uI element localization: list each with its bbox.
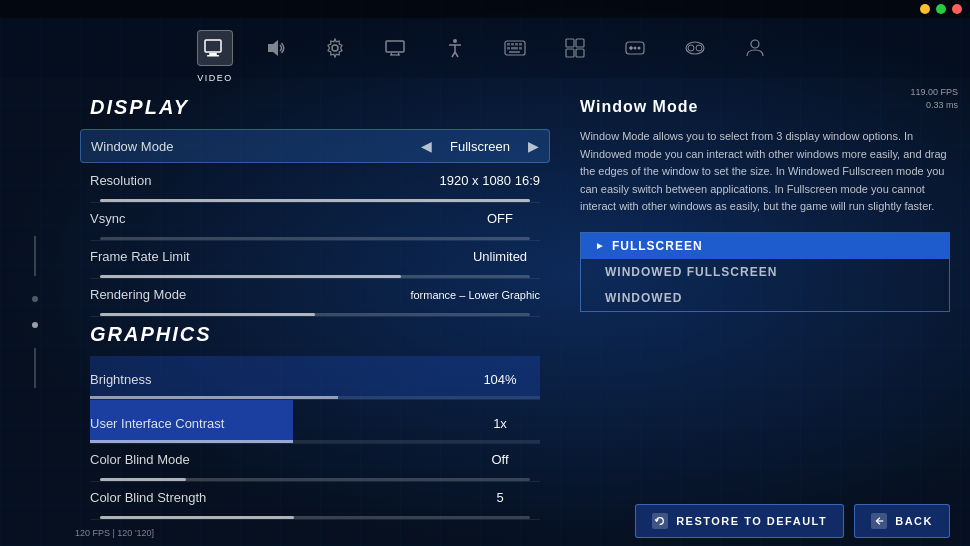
sidebar-dot-1 [32,296,38,302]
brightness-value: 104% [290,372,540,387]
restore-icon [652,513,668,529]
svg-point-21 [638,47,641,50]
nav-network[interactable] [557,30,593,66]
color-blind-mode-row[interactable]: Color Blind Mode Off [90,444,540,482]
dropdown-option-fullscreen-label: FULLSCREEN [612,239,703,253]
graphics-section-title: GRAPHICS [90,323,540,346]
vsync-row[interactable]: Vsync OFF [90,203,540,241]
sidebar-dot-2 [32,322,38,328]
frame-rate-slider[interactable] [100,275,530,278]
ui-contrast-value: 1x [290,416,540,431]
vsync-value: OFF [290,211,540,226]
window-mode-dropdown[interactable]: ► FULLSCREEN WINDOWED FULLSCREEN WINDOWE… [580,232,950,312]
rendering-row[interactable]: Rendering Mode formance – Lower Graphic [90,279,540,317]
vsync-slider[interactable] [100,237,530,240]
svg-rect-2 [207,55,219,57]
resolution-slider[interactable] [100,199,530,202]
svg-point-27 [696,45,702,51]
svg-rect-18 [576,39,584,47]
back-label: BACK [895,515,933,527]
svg-rect-13 [507,47,510,50]
nav-display[interactable] [377,30,413,66]
back-button[interactable]: BACK [854,504,950,538]
svg-point-25 [686,42,704,54]
nav-account[interactable] [737,30,773,66]
nav-keybinds[interactable] [497,30,533,66]
window-mode-prev[interactable]: ◀ [421,138,432,154]
frame-rate-label: Frame Rate Limit [90,249,290,264]
window-mode-next[interactable]: ▶ [528,138,539,154]
ui-contrast-row[interactable]: User Interface Contrast 1x [90,400,540,444]
rendering-label: Rendering Mode [90,287,290,302]
dropdown-option-windowed-fullscreen-label: WINDOWED FULLSCREEN [605,265,777,279]
svg-rect-11 [515,43,518,46]
color-blind-mode-label: Color Blind Mode [90,452,290,467]
svg-rect-5 [386,41,404,52]
dropdown-arrow-icon: ► [595,240,606,251]
minimize-btn[interactable] [920,4,930,14]
restore-label: RESTORE TO DEFAULT [676,515,827,527]
frame-rate-row[interactable]: Frame Rate Limit Unlimited [90,241,540,279]
dropdown-option-fullscreen[interactable]: ► FULLSCREEN [581,233,949,259]
frame-rate-value: Unlimited [290,249,540,264]
vsync-label: Vsync [90,211,290,226]
window-mode-row[interactable]: Window Mode ◀ Fullscreen ▶ [80,129,550,163]
brightness-label: Brightness [90,372,290,387]
vsync-text: OFF [460,211,540,226]
nav-settings[interactable] [317,30,353,66]
resolution-value: 1920 x 1080 16:9 [290,173,540,188]
svg-point-28 [751,40,759,48]
sidebar-line-bottom [34,348,36,388]
window-mode-label: Window Mode [91,139,291,154]
nav-accessibility[interactable] [437,30,473,66]
bottom-bar: RESTORE TO DEFAULT BACK [0,496,970,546]
svg-rect-15 [519,47,522,50]
window-chrome [0,0,970,18]
info-text: Window Mode allows you to select from 3 … [580,128,950,216]
resolution-text: 1920 x 1080 16:9 [440,173,540,188]
svg-point-22 [634,47,637,50]
ui-contrast-label: User Interface Contrast [90,416,290,431]
color-blind-mode-slider[interactable] [100,478,530,481]
restore-default-button[interactable]: RESTORE TO DEFAULT [635,504,844,538]
fps-counter: 119.00 FPS0.33 ms [910,86,958,111]
svg-rect-12 [519,43,522,46]
maximize-btn[interactable] [936,4,946,14]
back-icon [871,513,887,529]
svg-point-26 [688,45,694,51]
svg-rect-14 [511,47,518,50]
nav-audio[interactable] [257,30,293,66]
brightness-text: 104% [460,372,540,387]
svg-rect-17 [566,39,574,47]
window-mode-value: ◀ Fullscreen ▶ [291,138,539,154]
info-panel: 119.00 FPS0.33 ms Window Mode Window Mod… [560,78,970,546]
sidebar-line-top [34,236,36,276]
resolution-label: Resolution [90,173,290,188]
brightness-row[interactable]: Brightness 104% [90,356,540,400]
color-blind-mode-value: Off [290,452,540,467]
dropdown-option-windowed-fullscreen[interactable]: WINDOWED FULLSCREEN [581,259,949,285]
settings-panel: DISPLAY Window Mode ◀ Fullscreen ▶ Resol… [70,78,560,546]
ui-contrast-text: 1x [460,416,540,431]
svg-marker-3 [268,40,278,56]
info-title: Window Mode [580,98,950,116]
color-blind-mode-text: Off [460,452,540,467]
svg-rect-20 [576,49,584,57]
display-section-title: DISPLAY [90,96,540,119]
nav-video[interactable]: VIDEO [197,30,233,66]
svg-rect-1 [209,53,217,55]
svg-rect-0 [205,40,221,52]
dropdown-option-windowed[interactable]: WINDOWED [581,285,949,311]
dropdown-option-windowed-label: WINDOWED [605,291,682,305]
nav-controller[interactable] [677,30,713,66]
rendering-text: formance – Lower Graphic [410,289,540,301]
frame-rate-text: Unlimited [460,249,540,264]
resolution-row[interactable]: Resolution 1920 x 1080 16:9 [90,165,540,203]
svg-rect-19 [566,49,574,57]
svg-rect-16 [509,51,520,53]
svg-rect-10 [511,43,514,46]
close-btn[interactable] [952,4,962,14]
rendering-slider[interactable] [100,313,530,316]
nav-game[interactable] [617,30,653,66]
sidebar [0,78,70,546]
